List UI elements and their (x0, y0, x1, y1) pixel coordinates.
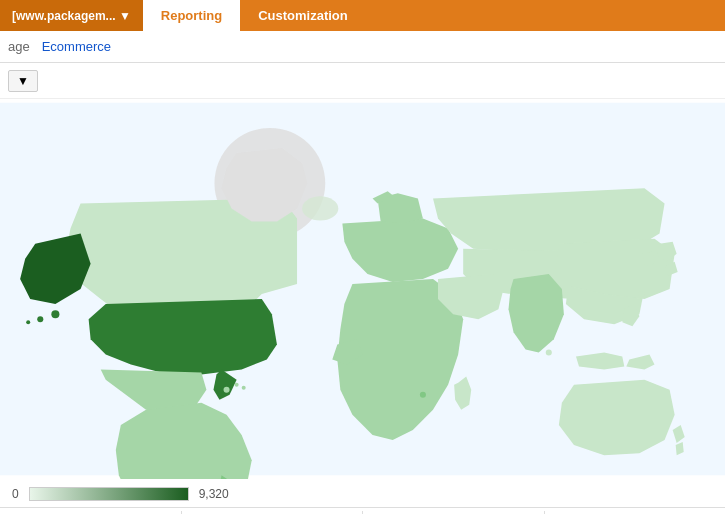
sub-item-ecommerce[interactable]: Ecommerce (42, 39, 111, 54)
nav-item-reporting[interactable]: Reporting (143, 0, 240, 31)
stat-pages-per-visit: Pages / Visit (182, 511, 364, 515)
svg-point-5 (235, 383, 239, 387)
nav-item-customization[interactable]: Customization (240, 0, 366, 31)
stats-row: Visits Pages / Visit Avg. Visit Duration… (0, 507, 725, 514)
map-legend: 0 9,320 (0, 479, 725, 507)
world-map-svg (0, 99, 725, 479)
stat-new-visits: % New Visits (545, 511, 726, 515)
svg-point-12 (420, 392, 426, 398)
svg-point-2 (302, 196, 338, 220)
toolbar: ▼ (0, 63, 725, 99)
svg-point-8 (638, 291, 644, 297)
legend-gradient-bar (29, 487, 189, 501)
svg-point-11 (26, 320, 30, 324)
stat-avg-visit-duration: Avg. Visit Duration (363, 511, 545, 515)
sub-item-page[interactable]: age (8, 39, 30, 54)
svg-point-10 (37, 316, 43, 322)
svg-point-6 (242, 386, 246, 390)
view-dropdown-button[interactable]: ▼ (8, 70, 38, 92)
brand-tab[interactable]: [www.packagem... ▼ (0, 0, 143, 31)
sub-navigation: age Ecommerce (0, 31, 725, 63)
top-navigation: [www.packagem... ▼ Reporting Customizati… (0, 0, 725, 31)
svg-point-4 (224, 387, 230, 393)
legend-max: 9,320 (199, 487, 229, 501)
dropdown-arrow-icon: ▼ (17, 74, 29, 88)
svg-point-9 (51, 310, 59, 318)
legend-min: 0 (12, 487, 19, 501)
world-map-container (0, 99, 725, 479)
stat-visits: Visits (0, 511, 182, 515)
brand-label: [www.packagem... ▼ (12, 9, 131, 23)
svg-point-7 (546, 349, 552, 355)
